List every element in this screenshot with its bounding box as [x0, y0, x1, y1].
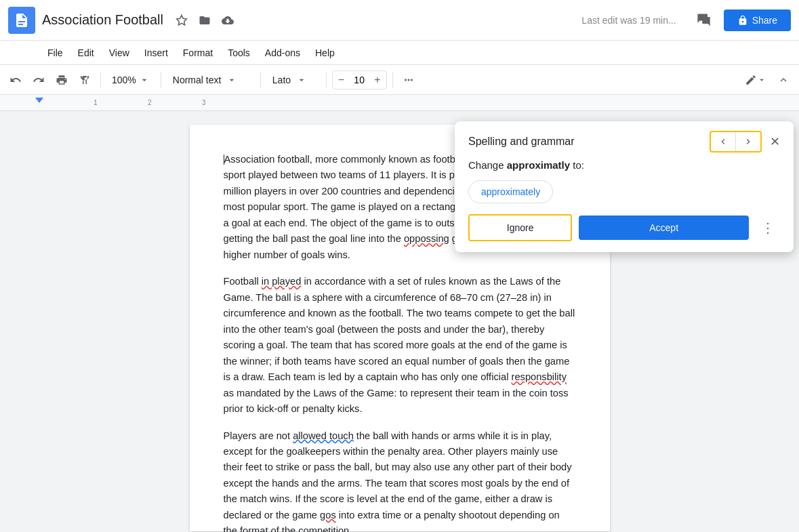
app-icon	[8, 7, 35, 34]
separator-5	[392, 72, 393, 88]
panel-prev-button[interactable]	[711, 132, 736, 151]
suggestion-button[interactable]: approximately	[468, 180, 553, 203]
paragraph-2: Football in played in accordance with a …	[224, 274, 576, 417]
svg-marker-0	[176, 15, 186, 24]
editing-mode-button[interactable]	[741, 70, 771, 90]
separator-2	[161, 72, 161, 88]
font-size-area: − +	[332, 70, 387, 89]
menu-format[interactable]: Format	[176, 43, 220, 62]
document-area: Association football, more commonly know…	[0, 111, 799, 532]
document-title: Association Football	[42, 12, 163, 28]
panel-navigation	[710, 131, 762, 152]
panel-body: Change approximatly to: approximately Ig…	[455, 159, 794, 252]
grammar-underline-allowedtouch: allowed touch	[293, 430, 354, 441]
separator-1	[100, 72, 101, 88]
accept-button[interactable]: Accept	[579, 216, 749, 240]
panel-header: Spelling and grammar ✕	[455, 121, 794, 159]
redo-button[interactable]	[28, 70, 49, 90]
share-label: Share	[752, 15, 777, 26]
menu-view[interactable]: View	[102, 43, 136, 62]
panel-close-button[interactable]: ✕	[767, 131, 783, 152]
separator-4	[326, 72, 327, 88]
star-button[interactable]	[173, 12, 190, 29]
panel-actions: Ignore Accept ⋮	[468, 214, 780, 241]
comments-button[interactable]	[691, 7, 717, 33]
font-size-decrease[interactable]: −	[335, 73, 347, 87]
menu-bar: File Edit View Insert Format Tools Add-o…	[0, 41, 799, 65]
menu-insert[interactable]: Insert	[138, 43, 175, 62]
ignore-button[interactable]: Ignore	[468, 214, 572, 241]
menu-help[interactable]: Help	[308, 43, 342, 62]
font-select[interactable]: Lato	[266, 71, 321, 89]
ruler-marker	[35, 98, 43, 103]
change-description: Change approximatly to:	[468, 159, 780, 171]
spelling-underline-oppossing: oppossing	[404, 233, 449, 244]
paint-format-button[interactable]	[75, 70, 95, 90]
ruler: 1 2 3	[0, 95, 799, 111]
undo-button[interactable]	[5, 70, 26, 90]
misspelled-text: approximatly	[507, 159, 570, 171]
grammar-underline-inplayed: in played	[262, 276, 302, 287]
spelling-underline-responsbility: responsbility	[512, 371, 567, 382]
spelling-grammar-panel: Spelling and grammar ✕ Change approximat…	[455, 121, 794, 252]
panel-title: Spelling and grammar	[468, 136, 575, 148]
text-cursor	[224, 155, 224, 165]
print-button[interactable]	[52, 70, 72, 90]
more-toolbar-button[interactable]	[398, 70, 419, 90]
more-options-button[interactable]: ⋮	[756, 214, 780, 241]
spelling-underline-gos: gos	[320, 510, 336, 520]
zoom-select[interactable]: 100%	[106, 72, 155, 88]
move-button[interactable]	[196, 12, 213, 29]
cloud-button[interactable]	[219, 12, 237, 29]
title-icons	[173, 12, 237, 29]
menu-edit[interactable]: Edit	[71, 43, 101, 62]
font-size-input[interactable]	[348, 75, 370, 85]
style-select[interactable]: Normal text	[167, 71, 255, 89]
paragraph-3: Players are not allowed touch the ball w…	[224, 428, 576, 533]
collapse-toolbar-button[interactable]	[773, 70, 794, 90]
panel-next-button[interactable]	[736, 132, 760, 151]
menu-tools[interactable]: Tools	[221, 43, 257, 62]
menu-file[interactable]: File	[41, 43, 70, 62]
font-size-increase[interactable]: +	[371, 73, 383, 87]
menu-addons[interactable]: Add-ons	[258, 43, 307, 62]
last-edit-text: Last edit was 19 min...	[581, 15, 676, 26]
toolbar: 100% Normal text Lato − +	[0, 65, 799, 95]
separator-3	[260, 72, 261, 88]
top-bar: Association Football Last edit was 19 mi…	[0, 0, 799, 41]
share-button[interactable]: Share	[724, 9, 791, 31]
